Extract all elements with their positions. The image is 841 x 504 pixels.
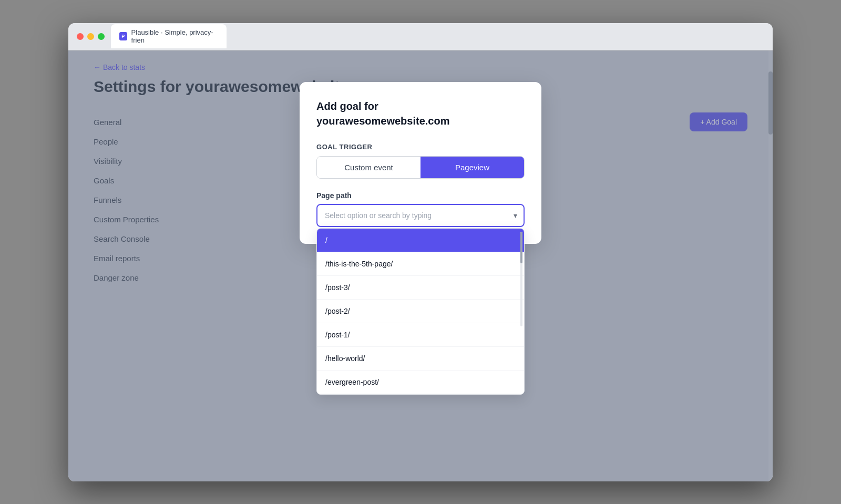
close-button[interactable]: [77, 33, 84, 40]
dropdown-item-5[interactable]: /hello-world/: [317, 347, 524, 371]
dropdown-item-2[interactable]: /post-3/: [317, 276, 524, 300]
dropdown-scrollbar[interactable]: [520, 232, 522, 326]
tab-favicon: P: [119, 32, 127, 40]
add-goal-modal: Add goal for yourawesomewebsite.com Goal…: [300, 82, 541, 244]
chevron-down-icon: ▾: [514, 211, 517, 220]
dropdown-item-0[interactable]: /: [317, 229, 524, 252]
dropdown-item-4[interactable]: /post-1/: [317, 323, 524, 347]
modal-overlay: Add goal for yourawesomewebsite.com Goal…: [68, 50, 773, 481]
page-path-select[interactable]: Select option or search by typing: [316, 204, 525, 227]
custom-event-button[interactable]: Custom event: [317, 157, 420, 178]
browser-tab[interactable]: P Plausible · Simple, privacy-frien: [111, 24, 227, 48]
tab-label: Plausible · Simple, privacy-frien: [131, 28, 218, 44]
page-path-select-wrapper: Select option or search by typing ▾ / /t…: [316, 204, 525, 227]
pageview-button[interactable]: Pageview: [420, 157, 524, 178]
select-placeholder-text: Select option or search by typing: [325, 211, 432, 220]
browser-window: P Plausible · Simple, privacy-frien ← Ba…: [68, 23, 773, 481]
dropdown-item-1[interactable]: /this-is-the-5th-page/: [317, 252, 524, 276]
page-path-label: Page path: [316, 191, 525, 200]
minimize-button[interactable]: [87, 33, 94, 40]
browser-chrome: P Plausible · Simple, privacy-frien: [68, 23, 773, 50]
dropdown-item-6[interactable]: /evergreen-post/: [317, 371, 524, 394]
dropdown-scrollbar-thumb[interactable]: [520, 232, 522, 263]
dropdown-list: / /this-is-the-5th-page/ /post-3/ /post-…: [316, 228, 525, 395]
goal-trigger-toggle: Custom event Pageview: [316, 156, 525, 179]
goal-trigger-label: Goal trigger: [316, 143, 525, 151]
page-content: ← Back to stats Settings for yourawesome…: [68, 50, 773, 481]
maximize-button[interactable]: [98, 33, 105, 40]
dropdown-item-3[interactable]: /post-2/: [317, 300, 524, 323]
traffic-lights: [77, 33, 105, 40]
modal-title: Add goal for yourawesomewebsite.com: [316, 99, 525, 128]
